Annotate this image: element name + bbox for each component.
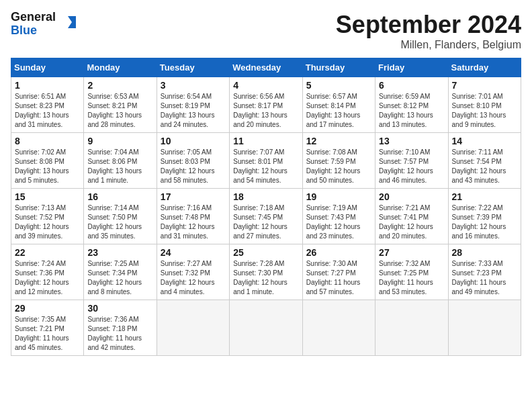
day-number: 4 (233, 80, 298, 91)
calendar-cell: 15Sunrise: 7:13 AMSunset: 7:52 PMDayligh… (11, 189, 84, 244)
calendar-cell: 7Sunrise: 7:01 AMSunset: 8:10 PMDaylight… (448, 77, 521, 133)
logo-flag-icon (58, 15, 77, 34)
calendar-cell: 2Sunrise: 6:53 AMSunset: 8:21 PMDaylight… (84, 77, 157, 133)
day-number: 2 (87, 80, 152, 91)
day-info: Sunrise: 7:07 AMSunset: 8:01 PMDaylight:… (233, 148, 298, 185)
calendar-cell: 27Sunrise: 7:32 AMSunset: 7:25 PMDayligh… (375, 244, 448, 300)
day-info: Sunrise: 6:54 AMSunset: 8:19 PMDaylight:… (161, 92, 226, 130)
day-info: Sunrise: 7:33 AMSunset: 7:23 PMDaylight:… (452, 259, 517, 297)
day-number: 23 (87, 247, 152, 258)
day-number: 12 (306, 136, 371, 146)
calendar-cell (302, 300, 375, 356)
day-number: 9 (87, 136, 152, 146)
day-number: 24 (161, 247, 226, 258)
calendar-cell: 22Sunrise: 7:24 AMSunset: 7:36 PMDayligh… (11, 244, 84, 300)
day-number: 21 (452, 191, 517, 202)
day-info: Sunrise: 7:25 AMSunset: 7:34 PMDaylight:… (87, 259, 152, 297)
day-info: Sunrise: 7:27 AMSunset: 7:32 PMDaylight:… (161, 259, 226, 297)
calendar-cell: 20Sunrise: 7:21 AMSunset: 7:41 PMDayligh… (375, 189, 448, 244)
calendar-week-row: 8Sunrise: 7:02 AMSunset: 8:08 PMDaylight… (11, 133, 521, 189)
day-number: 14 (452, 136, 517, 146)
weekday-header-saturday: Saturday (448, 58, 521, 77)
weekday-header-row: SundayMondayTuesdayWednesdayThursdayFrid… (11, 58, 521, 77)
day-number: 13 (379, 136, 444, 146)
day-number: 3 (161, 80, 226, 91)
day-info: Sunrise: 7:30 AMSunset: 7:27 PMDaylight:… (306, 259, 371, 297)
day-number: 5 (306, 80, 371, 91)
logo: General Blue (11, 11, 77, 38)
calendar-cell: 9Sunrise: 7:04 AMSunset: 8:06 PMDaylight… (84, 133, 157, 189)
calendar-cell (230, 300, 302, 356)
svg-marker-0 (68, 16, 76, 28)
day-number: 19 (306, 191, 371, 202)
calendar-cell: 29Sunrise: 7:35 AMSunset: 7:21 PMDayligh… (11, 300, 84, 356)
day-info: Sunrise: 7:24 AMSunset: 7:36 PMDaylight:… (15, 259, 80, 297)
day-info: Sunrise: 6:59 AMSunset: 8:12 PMDaylight:… (379, 92, 444, 130)
day-info: Sunrise: 6:56 AMSunset: 8:17 PMDaylight:… (233, 92, 298, 130)
calendar-cell: 12Sunrise: 7:08 AMSunset: 7:59 PMDayligh… (302, 133, 375, 189)
calendar-cell: 6Sunrise: 6:59 AMSunset: 8:12 PMDaylight… (375, 77, 448, 133)
logo-wordmark: General Blue (11, 11, 56, 38)
calendar-cell: 17Sunrise: 7:16 AMSunset: 7:48 PMDayligh… (157, 189, 229, 244)
day-number: 11 (233, 136, 298, 146)
calendar-cell: 13Sunrise: 7:10 AMSunset: 7:57 PMDayligh… (375, 133, 448, 189)
day-number: 22 (15, 247, 80, 258)
day-number: 16 (87, 191, 152, 202)
day-info: Sunrise: 7:10 AMSunset: 7:57 PMDaylight:… (379, 148, 444, 185)
weekday-header-wednesday: Wednesday (230, 58, 302, 77)
day-number: 30 (87, 303, 152, 314)
day-info: Sunrise: 7:22 AMSunset: 7:39 PMDaylight:… (452, 203, 517, 241)
day-number: 29 (15, 303, 80, 314)
logo-general: General (11, 10, 56, 24)
day-info: Sunrise: 6:53 AMSunset: 8:21 PMDaylight:… (87, 92, 152, 130)
day-number: 1 (15, 80, 80, 91)
day-info: Sunrise: 6:57 AMSunset: 8:14 PMDaylight:… (306, 92, 371, 130)
weekday-header-sunday: Sunday (11, 58, 84, 77)
day-info: Sunrise: 7:16 AMSunset: 7:48 PMDaylight:… (161, 203, 226, 241)
calendar-cell: 23Sunrise: 7:25 AMSunset: 7:34 PMDayligh… (84, 244, 157, 300)
weekday-header-thursday: Thursday (302, 58, 375, 77)
day-info: Sunrise: 7:35 AMSunset: 7:21 PMDaylight:… (15, 315, 80, 353)
day-info: Sunrise: 7:28 AMSunset: 7:30 PMDaylight:… (233, 259, 298, 297)
calendar-cell: 4Sunrise: 6:56 AMSunset: 8:17 PMDaylight… (230, 77, 302, 133)
weekday-header-tuesday: Tuesday (157, 58, 229, 77)
day-number: 8 (15, 136, 80, 146)
calendar-cell: 19Sunrise: 7:19 AMSunset: 7:43 PMDayligh… (302, 189, 375, 244)
calendar-cell: 10Sunrise: 7:05 AMSunset: 8:03 PMDayligh… (157, 133, 229, 189)
calendar-cell: 3Sunrise: 6:54 AMSunset: 8:19 PMDaylight… (157, 77, 229, 133)
day-info: Sunrise: 7:36 AMSunset: 7:18 PMDaylight:… (87, 315, 152, 353)
calendar-cell: 11Sunrise: 7:07 AMSunset: 8:01 PMDayligh… (230, 133, 302, 189)
calendar-cell: 16Sunrise: 7:14 AMSunset: 7:50 PMDayligh… (84, 189, 157, 244)
day-number: 17 (161, 191, 226, 202)
day-info: Sunrise: 7:18 AMSunset: 7:45 PMDaylight:… (233, 203, 298, 241)
day-info: Sunrise: 7:05 AMSunset: 8:03 PMDaylight:… (161, 148, 226, 185)
logo-blue: Blue (11, 24, 37, 37)
day-number: 7 (452, 80, 517, 91)
title-area: September 2024 Millen, Flanders, Belgium (336, 11, 521, 51)
calendar-cell: 18Sunrise: 7:18 AMSunset: 7:45 PMDayligh… (230, 189, 302, 244)
day-number: 20 (379, 191, 444, 202)
day-number: 27 (379, 247, 444, 258)
day-number: 15 (15, 191, 80, 202)
calendar-cell: 14Sunrise: 7:11 AMSunset: 7:54 PMDayligh… (448, 133, 521, 189)
calendar-cell: 5Sunrise: 6:57 AMSunset: 8:14 PMDaylight… (302, 77, 375, 133)
day-info: Sunrise: 7:13 AMSunset: 7:52 PMDaylight:… (15, 203, 80, 241)
day-info: Sunrise: 6:51 AMSunset: 8:23 PMDaylight:… (15, 92, 80, 130)
weekday-header-friday: Friday (375, 58, 448, 77)
weekday-header-monday: Monday (84, 58, 157, 77)
calendar-cell: 25Sunrise: 7:28 AMSunset: 7:30 PMDayligh… (230, 244, 302, 300)
location-title: Millen, Flanders, Belgium (336, 39, 521, 51)
day-number: 10 (161, 136, 226, 146)
day-number: 26 (306, 247, 371, 258)
calendar-cell (448, 300, 521, 356)
calendar-cell: 28Sunrise: 7:33 AMSunset: 7:23 PMDayligh… (448, 244, 521, 300)
calendar-cell: 30Sunrise: 7:36 AMSunset: 7:18 PMDayligh… (84, 300, 157, 356)
day-number: 6 (379, 80, 444, 91)
day-info: Sunrise: 7:19 AMSunset: 7:43 PMDaylight:… (306, 203, 371, 241)
month-title: September 2024 (336, 11, 521, 39)
calendar-cell: 21Sunrise: 7:22 AMSunset: 7:39 PMDayligh… (448, 189, 521, 244)
calendar-week-row: 15Sunrise: 7:13 AMSunset: 7:52 PMDayligh… (11, 189, 521, 244)
day-number: 25 (233, 247, 298, 258)
header: General Blue September 2024 Millen, Flan… (11, 11, 521, 51)
calendar-table: SundayMondayTuesdayWednesdayThursdayFrid… (11, 58, 521, 356)
